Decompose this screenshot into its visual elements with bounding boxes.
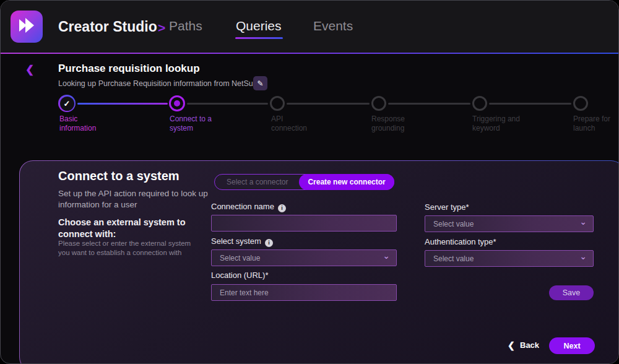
step-basic-information-circle[interactable]: ✓ bbox=[58, 95, 76, 112]
step-connector-line bbox=[77, 103, 168, 105]
back-chevron-icon[interactable]: ❮ bbox=[508, 340, 515, 350]
step-triggering-keyword-circle[interactable] bbox=[472, 96, 487, 111]
location-url-input[interactable] bbox=[220, 285, 388, 300]
creator-studio-logo[interactable] bbox=[11, 11, 43, 43]
step-prepare-launch-circle[interactable] bbox=[573, 96, 588, 111]
step-connect-system-circle[interactable] bbox=[169, 95, 185, 111]
edit-description-button[interactable]: ✎ bbox=[253, 76, 267, 90]
step-api-connection-circle[interactable] bbox=[270, 96, 285, 111]
select-system-label: Select systemi bbox=[211, 236, 273, 247]
toggle-select-connector[interactable]: Select a connector bbox=[215, 178, 300, 186]
step-connector-line bbox=[388, 103, 470, 105]
tab-events[interactable]: Events bbox=[313, 19, 353, 33]
authentication-type-dropdown[interactable]: Select value ⌄ bbox=[425, 250, 594, 267]
chevron-down-icon: ⌄ bbox=[383, 251, 390, 261]
step-label-response-grounding: Response grounding bbox=[371, 115, 423, 133]
pencil-icon: ✎ bbox=[257, 79, 263, 88]
brand-title: Creator Studio bbox=[58, 18, 157, 35]
chevron-down-icon: ⌄ bbox=[579, 217, 587, 227]
app-window: Creator Studio > Paths Queries Events ❮ … bbox=[0, 0, 619, 364]
back-chevron-icon[interactable]: ❮ bbox=[25, 63, 34, 76]
step-label-connect-system: Connect to a system bbox=[170, 115, 215, 133]
connection-name-field[interactable] bbox=[211, 215, 397, 232]
location-url-label: Location (URL)* bbox=[211, 271, 269, 280]
step-connector-line bbox=[187, 103, 268, 105]
current-step-dot bbox=[174, 100, 180, 106]
back-button[interactable]: Back bbox=[520, 340, 539, 350]
header-divider bbox=[1, 53, 618, 54]
choose-system-description: Please select or enter the external syst… bbox=[58, 239, 197, 258]
tab-queries[interactable]: Queries bbox=[236, 19, 282, 33]
server-type-dropdown[interactable]: Select value ⌄ bbox=[425, 215, 594, 232]
select-system-dropdown[interactable]: Select value ⌄ bbox=[211, 249, 397, 266]
step-connector-line bbox=[489, 103, 571, 105]
step-label-prepare-launch: Prepare for launch bbox=[573, 115, 613, 133]
connector-toggle: Select a connector Create new connector bbox=[214, 174, 394, 190]
server-type-label: Server type* bbox=[425, 202, 469, 212]
select-system-placeholder: Select value bbox=[220, 254, 260, 262]
connection-name-label: Connection namei bbox=[211, 202, 286, 212]
tab-paths[interactable]: Paths bbox=[169, 19, 202, 33]
active-tab-underline bbox=[235, 37, 283, 39]
location-url-field[interactable] bbox=[211, 284, 397, 301]
step-label-api-connection: API connection bbox=[271, 115, 321, 133]
fast-forward-icon bbox=[18, 17, 35, 36]
app-header: Creator Studio > Paths Queries Events bbox=[1, 1, 618, 53]
server-type-placeholder: Select value bbox=[433, 220, 474, 228]
save-button[interactable]: Save bbox=[549, 285, 594, 300]
step-connector-line bbox=[287, 103, 370, 105]
authentication-type-placeholder: Select value bbox=[433, 254, 474, 263]
step-label-triggering-keyword: Triggering and keyword bbox=[472, 115, 534, 133]
choose-system-heading: Choose an external system to connect wit… bbox=[58, 217, 201, 240]
toggle-create-new-connector[interactable]: Create new connector bbox=[299, 174, 394, 190]
page-subtitle: Looking up Purchase Requisition informat… bbox=[58, 79, 261, 88]
step-label-basic-information: Basic information bbox=[59, 115, 109, 133]
breadcrumb-chevron-icon: > bbox=[158, 19, 165, 37]
step-response-grounding-circle[interactable] bbox=[371, 96, 386, 111]
page-title: Purchase requisition lookup bbox=[58, 63, 200, 75]
panel-description: Set up the API action required to look u… bbox=[58, 188, 213, 210]
chevron-down-icon: ⌄ bbox=[579, 251, 587, 261]
next-button[interactable]: Next bbox=[549, 337, 595, 354]
check-icon: ✓ bbox=[60, 97, 74, 111]
authentication-type-label: Authentication type* bbox=[425, 237, 496, 246]
info-icon[interactable]: i bbox=[278, 204, 286, 212]
connection-name-input[interactable] bbox=[220, 215, 388, 231]
info-icon[interactable]: i bbox=[265, 239, 273, 247]
panel-heading: Connect to a system bbox=[58, 169, 180, 183]
